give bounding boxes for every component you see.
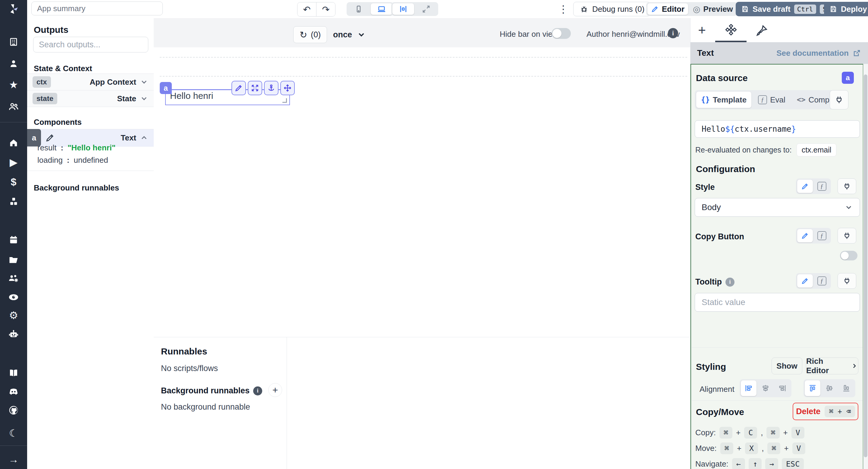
chevron-down-icon[interactable] bbox=[140, 78, 148, 86]
align-left-button[interactable] bbox=[741, 380, 756, 396]
deploy-button[interactable]: Deploy bbox=[824, 2, 868, 16]
align-middle-button[interactable] bbox=[822, 380, 837, 396]
tooltip-label-text: Tooltip bbox=[695, 277, 722, 287]
copy-button-toggle[interactable] bbox=[840, 251, 858, 260]
resources-icon[interactable] bbox=[0, 194, 27, 209]
favorites-icon[interactable]: ★ bbox=[0, 77, 27, 92]
desktop-view-button[interactable] bbox=[371, 3, 393, 15]
workspace-icon[interactable] bbox=[0, 35, 27, 49]
mobile-view-button[interactable] bbox=[348, 3, 370, 15]
align-center-horizontal-button[interactable] bbox=[758, 380, 773, 396]
tooltip-static-button[interactable] bbox=[797, 274, 813, 287]
tooltip-plug-button[interactable] bbox=[838, 273, 856, 289]
eval-tab[interactable]: ƒ Eval bbox=[753, 92, 790, 108]
folders-icon[interactable] bbox=[0, 253, 27, 267]
schedules-icon[interactable] bbox=[0, 233, 27, 247]
style-plug-button[interactable] bbox=[838, 179, 856, 194]
expand-component-button[interactable] bbox=[248, 81, 262, 95]
settings-scrollbar[interactable] bbox=[863, 64, 868, 469]
author-info-icon[interactable]: i bbox=[668, 28, 678, 38]
chevron-down-icon[interactable] bbox=[140, 94, 148, 103]
result-key: result bbox=[37, 143, 57, 153]
template-input[interactable]: Hello ${ctx.username} bbox=[695, 120, 860, 138]
reeval-dependency-chip[interactable]: ctx.email bbox=[797, 144, 837, 156]
chevron-right-icon bbox=[851, 362, 858, 370]
centered-layout-button[interactable] bbox=[393, 3, 414, 15]
tooltip-eval-button[interactable]: ƒ bbox=[814, 274, 830, 287]
component-type-title: Text bbox=[697, 48, 714, 58]
scrollbar-thumb[interactable] bbox=[864, 74, 867, 457]
sidebar-divider bbox=[0, 445, 27, 446]
editor-tab[interactable]: Editor bbox=[647, 3, 688, 15]
function-icon: ƒ bbox=[758, 95, 767, 104]
chevron-up-icon[interactable] bbox=[140, 133, 148, 142]
loading-value: undefined bbox=[74, 156, 108, 165]
text-component-content: Hello henri bbox=[170, 91, 213, 101]
move-icon bbox=[283, 84, 292, 92]
move-component-button[interactable] bbox=[280, 81, 295, 95]
align-right-button[interactable] bbox=[775, 380, 790, 396]
schedule-dropdown[interactable]: once bbox=[333, 26, 366, 43]
save-draft-button[interactable]: Save draft Ctrl S bbox=[736, 2, 835, 16]
info-icon[interactable]: i bbox=[253, 386, 262, 396]
audit-logs-icon[interactable] bbox=[0, 290, 27, 305]
user-icon[interactable] bbox=[0, 56, 27, 71]
home-icon[interactable] bbox=[0, 136, 27, 150]
copy-button-eval-button[interactable]: ƒ bbox=[814, 229, 830, 242]
style-static-button[interactable] bbox=[797, 180, 813, 193]
undo-button[interactable]: ↶ bbox=[298, 2, 316, 16]
ctx-row[interactable]: ctx App Context bbox=[27, 73, 154, 90]
hide-bar-toggle[interactable] bbox=[552, 28, 571, 39]
windmill-logo[interactable] bbox=[0, 0, 27, 18]
preview-icon: ◎ bbox=[693, 4, 700, 14]
runs-icon[interactable]: ▶ bbox=[0, 155, 27, 169]
github-icon[interactable] bbox=[0, 403, 27, 417]
rename-pencil-icon[interactable] bbox=[45, 133, 55, 143]
component-settings-tab[interactable] bbox=[723, 22, 739, 38]
kbd-up: ↑ bbox=[749, 458, 762, 469]
settings-icon[interactable]: ⚙ bbox=[0, 308, 27, 322]
search-outputs-input[interactable] bbox=[33, 37, 148, 53]
groups-icon[interactable] bbox=[0, 99, 27, 114]
state-row[interactable]: state State bbox=[27, 90, 154, 107]
delete-component-button[interactable]: Delete ⌘ + ⌫ bbox=[793, 403, 858, 420]
copy-button-static-button[interactable] bbox=[797, 229, 813, 242]
tooltip-info-icon[interactable]: i bbox=[725, 278, 735, 287]
style-select[interactable]: Body bbox=[695, 198, 860, 217]
discord-icon[interactable] bbox=[0, 384, 27, 399]
refresh-button[interactable]: ↻ (0) bbox=[293, 26, 327, 43]
workers-icon[interactable] bbox=[0, 271, 27, 286]
play-glyph: ▶ bbox=[10, 156, 18, 168]
expand-sidebar-icon[interactable]: → bbox=[0, 452, 27, 467]
variables-icon[interactable]: $ bbox=[0, 175, 27, 189]
insert-component-tab[interactable]: + bbox=[694, 22, 710, 38]
preview-tab[interactable]: ◎ Preview bbox=[689, 3, 737, 15]
align-top-button[interactable] bbox=[805, 380, 820, 396]
docs-icon[interactable] bbox=[0, 366, 27, 380]
anchor-component-button[interactable] bbox=[264, 81, 278, 95]
debug-runs-button[interactable]: Debug runs (0) bbox=[573, 2, 651, 16]
template-tab[interactable]: {} Template bbox=[696, 92, 751, 108]
add-background-runnable-button[interactable]: + bbox=[268, 383, 282, 397]
dark-mode-icon[interactable]: ☾ bbox=[0, 426, 27, 440]
app-summary-input[interactable] bbox=[31, 1, 163, 15]
redo-button[interactable]: ↷ bbox=[316, 2, 335, 16]
tooltip-input[interactable] bbox=[695, 293, 860, 312]
show-styling-button[interactable]: Show bbox=[772, 357, 802, 374]
code-angles-icon: <> bbox=[797, 96, 806, 104]
global-styling-tab[interactable] bbox=[754, 22, 770, 38]
copy-button-plug-button[interactable] bbox=[838, 228, 856, 244]
rich-editor-button[interactable]: Rich Editor bbox=[806, 357, 858, 374]
resize-handle[interactable] bbox=[282, 98, 287, 103]
app-canvas[interactable]: Hello henri a bbox=[154, 47, 690, 337]
edit-component-button[interactable] bbox=[231, 81, 246, 95]
fullscreen-button[interactable] bbox=[415, 3, 437, 15]
style-eval-button[interactable]: ƒ bbox=[814, 180, 830, 193]
align-bottom-button[interactable] bbox=[838, 380, 854, 396]
more-options-button[interactable]: ⋮ bbox=[558, 3, 568, 15]
align-bottom-icon bbox=[842, 384, 850, 393]
ai-assistant-icon[interactable] bbox=[0, 327, 27, 342]
external-link-icon bbox=[852, 49, 861, 58]
connect-plug-button[interactable] bbox=[830, 90, 848, 110]
see-documentation-link[interactable]: See documentation bbox=[776, 49, 861, 58]
